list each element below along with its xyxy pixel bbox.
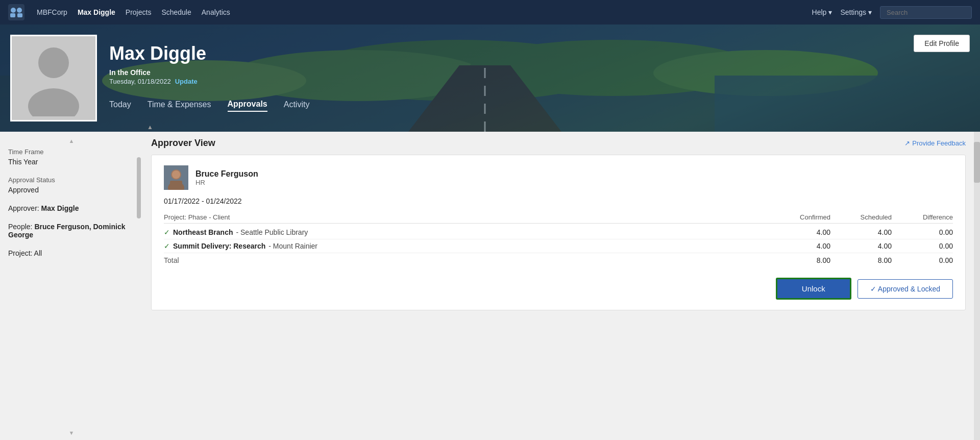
total-row: Total 8.00 8.00 0.00 bbox=[164, 253, 953, 267]
provide-feedback-link[interactable]: ↗ Provide Feedback bbox=[904, 139, 966, 147]
sidebar-time-frame-value: This Year bbox=[8, 158, 135, 166]
unlock-button[interactable]: Unlock bbox=[776, 278, 851, 300]
difference-1: 0.00 bbox=[892, 228, 953, 236]
sidebar-project-value: Project: All bbox=[8, 249, 135, 257]
sidebar-approval-status-value: Approved bbox=[8, 186, 135, 194]
svg-rect-3 bbox=[10, 13, 15, 17]
svg-rect-21 bbox=[170, 181, 182, 190]
tab-activity[interactable]: Activity bbox=[284, 100, 310, 111]
nav-mbfcorp[interactable]: MBFCorp bbox=[37, 8, 67, 16]
check-icon-1: ✓ bbox=[164, 228, 170, 236]
search-input[interactable] bbox=[880, 6, 972, 19]
scheduled-1: 4.00 bbox=[830, 228, 892, 236]
nav-logo[interactable] bbox=[8, 4, 24, 20]
table-header: Project: Phase - Client Confirmed Schedu… bbox=[164, 213, 953, 224]
sidebar-approver-value: Approver: Max Diggle bbox=[8, 204, 135, 212]
chevron-down-icon: ▾ bbox=[868, 8, 872, 16]
approval-table: Project: Phase - Client Confirmed Schedu… bbox=[164, 213, 953, 267]
svg-point-1 bbox=[11, 8, 16, 13]
profile-tabs: Today Time & Expenses Approvals Activity bbox=[109, 100, 970, 112]
sidebar-scroll-down[interactable]: ▼ bbox=[69, 430, 75, 436]
main-content: ▲ Time Frame This Year Approval Status A… bbox=[0, 132, 980, 440]
right-scrollbar[interactable] bbox=[974, 132, 980, 440]
sidebar-approver: Approver: Max Diggle bbox=[8, 204, 135, 212]
svg-point-16 bbox=[28, 88, 79, 116]
total-scheduled: 8.00 bbox=[830, 256, 892, 264]
nav-projects[interactable]: Projects bbox=[126, 8, 152, 16]
person-name: Bruce Ferguson bbox=[195, 169, 258, 179]
chevron-down-icon: ▾ bbox=[828, 8, 832, 16]
person-avatar bbox=[164, 165, 188, 190]
date-range: 01/17/2022 - 01/24/2022 bbox=[164, 197, 953, 205]
col-confirmed: Confirmed bbox=[769, 213, 830, 221]
tab-time-expenses[interactable]: Time & Expenses bbox=[148, 100, 211, 111]
content-header: Approver View ↗ Provide Feedback bbox=[151, 138, 966, 149]
approval-card: Bruce Ferguson HR 01/17/2022 - 01/24/202… bbox=[151, 155, 966, 310]
approved-locked-button[interactable]: ✓ Approved & Locked bbox=[857, 279, 953, 299]
profile-banner: Max Diggle In the Office Tuesday, 01/18/… bbox=[0, 25, 980, 132]
person-info: Bruce Ferguson HR bbox=[195, 169, 258, 186]
scheduled-2: 4.00 bbox=[830, 242, 892, 250]
top-nav: MBFCorp Max Diggle Projects Schedule Ana… bbox=[0, 0, 980, 25]
sidebar: ▲ Time Frame This Year Approval Status A… bbox=[0, 132, 143, 440]
nav-links: MBFCorp Max Diggle Projects Schedule Ana… bbox=[37, 8, 800, 16]
nav-analytics[interactable]: Analytics bbox=[202, 8, 230, 16]
profile-info: Max Diggle In the Office Tuesday, 01/18/… bbox=[109, 35, 970, 112]
content-area: Approver View ↗ Provide Feedback bbox=[143, 132, 974, 440]
nav-settings[interactable]: Settings ▾ bbox=[840, 8, 872, 16]
sidebar-scroll-up[interactable]: ▲ bbox=[8, 138, 135, 144]
svg-point-15 bbox=[38, 47, 69, 78]
check-icon-2: ✓ bbox=[164, 242, 170, 250]
sidebar-approval-status-label: Approval Status bbox=[8, 176, 135, 184]
avatar bbox=[10, 35, 97, 121]
col-scheduled: Scheduled bbox=[830, 213, 892, 221]
svg-rect-4 bbox=[17, 13, 22, 17]
confirmed-1: 4.00 bbox=[769, 228, 830, 236]
sidebar-people: People: Bruce Ferguson, Dominick George bbox=[8, 223, 135, 239]
confirmed-2: 4.00 bbox=[769, 242, 830, 250]
sidebar-approval-status: Approval Status Approved bbox=[8, 176, 135, 194]
sidebar-time-frame: Time Frame This Year bbox=[8, 148, 135, 166]
person-header: Bruce Ferguson HR bbox=[164, 165, 953, 190]
nav-help[interactable]: Help ▾ bbox=[812, 8, 832, 16]
edit-profile-button[interactable]: Edit Profile bbox=[914, 35, 970, 52]
svg-point-20 bbox=[172, 170, 180, 179]
action-buttons: Unlock ✓ Approved & Locked bbox=[164, 278, 953, 300]
sidebar-people-value: People: Bruce Ferguson, Dominick George bbox=[8, 223, 135, 239]
tab-today[interactable]: Today bbox=[109, 100, 131, 111]
table-row: ✓ Summit Delivery: Research - Mount Rain… bbox=[164, 239, 953, 253]
scrollbar-thumb bbox=[974, 142, 980, 183]
profile-name: Max Diggle bbox=[109, 43, 970, 64]
nav-right: Help ▾ Settings ▾ bbox=[812, 6, 972, 19]
sidebar-time-frame-label: Time Frame bbox=[8, 148, 135, 156]
col-project: Project: Phase - Client bbox=[164, 213, 769, 221]
external-link-icon: ↗ bbox=[904, 139, 910, 147]
svg-point-2 bbox=[17, 8, 22, 13]
profile-date: Tuesday, 01/18/2022 Update bbox=[109, 78, 970, 85]
col-difference: Difference bbox=[892, 213, 953, 221]
svg-rect-0 bbox=[8, 4, 24, 20]
person-dept: HR bbox=[195, 179, 258, 186]
profile-status: In the Office bbox=[109, 68, 970, 77]
total-confirmed: 8.00 bbox=[769, 256, 830, 264]
project-cell-2: ✓ Summit Delivery: Research - Mount Rain… bbox=[164, 242, 769, 250]
banner-content: Max Diggle In the Office Tuesday, 01/18/… bbox=[0, 25, 980, 132]
tab-approvals[interactable]: Approvals bbox=[228, 100, 267, 112]
avatar-placeholder bbox=[12, 36, 95, 120]
nav-max-diggle[interactable]: Max Diggle bbox=[78, 8, 115, 16]
project-cell-1: ✓ Northeast Branch - Seattle Public Libr… bbox=[164, 228, 769, 236]
sidebar-scrollbar bbox=[137, 157, 141, 218]
sidebar-project: Project: All bbox=[8, 249, 135, 257]
table-row: ✓ Northeast Branch - Seattle Public Libr… bbox=[164, 226, 953, 239]
total-label: Total bbox=[164, 256, 769, 264]
total-difference: 0.00 bbox=[892, 256, 953, 264]
difference-2: 0.00 bbox=[892, 242, 953, 250]
content-title: Approver View bbox=[151, 138, 215, 149]
update-link[interactable]: Update bbox=[175, 78, 198, 85]
nav-schedule[interactable]: Schedule bbox=[161, 8, 191, 16]
